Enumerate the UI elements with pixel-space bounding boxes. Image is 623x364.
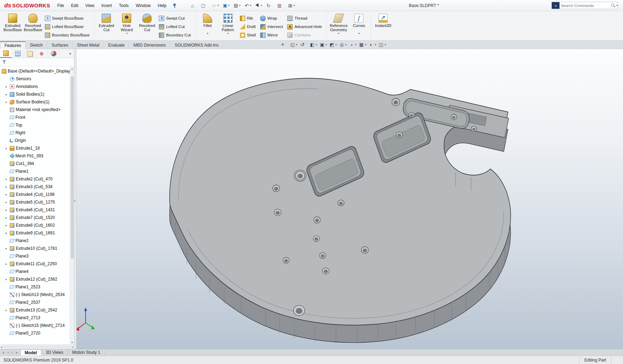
- extruded-boss-base-button[interactable]: ExtrudedBoss/Base: [2, 13, 23, 35]
- expand-arrow-icon[interactable]: [6, 185, 9, 188]
- advanced-hole-button[interactable]: Advanced Hole: [286, 22, 324, 31]
- menu-item[interactable]: Insert: [98, 1, 115, 10]
- quick-access-button[interactable]: [286, 2, 296, 9]
- menu-item[interactable]: View: [82, 1, 98, 10]
- tree-item[interactable]: Plane4: [0, 268, 70, 275]
- dropdown-caret-icon[interactable]: [207, 32, 208, 35]
- last-tab-icon[interactable]: [14, 350, 19, 355]
- tree-item[interactable]: Annotations: [0, 83, 70, 90]
- quick-access-button[interactable]: [221, 2, 231, 9]
- tree-item[interactable]: Extrude12 (Cut)_2362: [0, 275, 70, 283]
- previous-tab-icon[interactable]: [6, 350, 10, 355]
- mirror-button[interactable]: Mirror: [259, 31, 285, 39]
- expand-arrow-icon[interactable]: [6, 93, 9, 96]
- intersect-button[interactable]: Intersect: [259, 22, 285, 31]
- tree-item[interactable]: Extrude4 (Cut)_1198: [0, 191, 70, 198]
- filter-funnel-icon[interactable]: [2, 60, 6, 64]
- dropdown-caret-icon[interactable]: [296, 43, 297, 46]
- expand-arrow-icon[interactable]: [6, 232, 9, 235]
- revolved-cut-button[interactable]: RevolvedCut: [137, 13, 157, 35]
- quick-access-button[interactable]: [264, 2, 275, 9]
- hole-wizard-button[interactable]: HoleWizard: [116, 13, 137, 35]
- dropdown-caret-icon[interactable]: [338, 32, 339, 35]
- tree-item[interactable]: Extrude9 (Cut)_1691: [0, 229, 70, 237]
- dropdown-caret-icon[interactable]: [228, 4, 229, 7]
- tree-item[interactable]: Extrude1_18: [0, 144, 70, 152]
- expand-arrow-icon[interactable]: [6, 101, 9, 104]
- scroll-right-icon[interactable]: [72, 345, 73, 349]
- tree-item[interactable]: Plane3: [0, 252, 70, 260]
- command-tab[interactable]: Sketch: [26, 41, 47, 49]
- expand-arrow-icon[interactable]: [6, 208, 9, 212]
- view-toolbar-button[interactable]: [377, 41, 387, 48]
- dropdown-caret-icon[interactable]: [294, 4, 295, 7]
- tree-item[interactable]: Extrude2 (Cut)_470: [0, 175, 70, 183]
- expand-arrow-icon[interactable]: [6, 85, 9, 88]
- wrap-button[interactable]: Wrap: [259, 14, 285, 22]
- menu-item[interactable]: Window: [132, 1, 154, 10]
- tree-item[interactable]: Plane2: [0, 237, 70, 245]
- search-scope-icon[interactable]: [552, 2, 560, 9]
- next-tab-icon[interactable]: [10, 350, 14, 355]
- tree-item[interactable]: Surface Bodies(1): [0, 98, 70, 106]
- quick-access-button[interactable]: [254, 2, 264, 9]
- lofted-boss-base-button[interactable]: Lofted Boss/Base: [44, 22, 92, 31]
- scrollbar-thumb[interactable]: [71, 76, 74, 259]
- revolved-boss-base-button[interactable]: RevolvedBoss/Base: [23, 13, 43, 35]
- tree-item[interactable]: Extrude11 (Cut)_2250: [0, 260, 70, 268]
- dropdown-caret-icon[interactable]: [250, 4, 252, 7]
- dropdown-caret-icon[interactable]: [316, 43, 317, 46]
- view-toolbar-button[interactable]: [299, 41, 308, 48]
- dropdown-caret-icon[interactable]: [261, 4, 262, 7]
- tree-item[interactable]: Extrude7 (Cut)_1520: [0, 214, 70, 221]
- view-toolbar-button[interactable]: [279, 41, 288, 48]
- menu-item[interactable]: Tools: [115, 1, 132, 10]
- thread-button[interactable]: Thread: [286, 14, 324, 22]
- dropdown-caret-icon[interactable]: [126, 32, 127, 35]
- dropdown-caret-icon[interactable]: [355, 43, 356, 46]
- expand-arrow-icon[interactable]: [6, 216, 9, 219]
- rib-button[interactable]: Rib: [239, 14, 258, 22]
- quick-access-button[interactable]: [275, 2, 286, 9]
- view-toolbar-button[interactable]: [338, 41, 347, 48]
- linear-pattern-button[interactable]: LinearPattern: [218, 13, 238, 35]
- document-tab[interactable]: Model: [20, 349, 42, 356]
- view-toolbar-button[interactable]: [328, 41, 337, 48]
- expand-arrow-icon[interactable]: [6, 278, 9, 281]
- tree-root-item[interactable]: Base (Default<<Default>_Display Sta: [0, 67, 70, 75]
- scroll-down-icon[interactable]: [71, 340, 73, 344]
- expand-arrow-icon[interactable]: [6, 309, 9, 312]
- tree-item[interactable]: Extrude5 (Cut)_1275: [0, 198, 70, 206]
- tree-item[interactable]: Origin: [0, 137, 70, 144]
- tree-item[interactable]: Plane3_2713: [0, 314, 70, 322]
- tree-item[interactable]: Sensors: [0, 75, 70, 83]
- tree-item[interactable]: Right: [0, 129, 70, 137]
- tree-item[interactable]: Material <not specified>: [0, 106, 70, 114]
- fillet-button[interactable]: Fillet: [197, 13, 218, 35]
- tree-item[interactable]: Plane5_2720: [0, 329, 70, 337]
- shell-button[interactable]: Shell: [239, 31, 258, 39]
- instant3d-button[interactable]: Instant3D: [373, 13, 393, 35]
- quick-access-button[interactable]: [243, 2, 253, 9]
- curves-button[interactable]: Curves: [349, 13, 369, 35]
- tree-item[interactable]: Extrude8 (Cut)_1602: [0, 221, 70, 229]
- swept-boss-base-button[interactable]: Swept Boss/Base: [44, 14, 92, 22]
- dropdown-caret-icon[interactable]: [358, 32, 360, 35]
- dropdown-caret-icon[interactable]: [239, 4, 240, 7]
- tree-item[interactable]: Cut1_394: [0, 160, 70, 167]
- command-tab[interactable]: Features: [0, 41, 26, 49]
- search-caret-icon[interactable]: [616, 4, 618, 7]
- search-input[interactable]: [560, 4, 611, 8]
- dropdown-caret-icon[interactable]: [375, 43, 376, 46]
- quick-access-button[interactable]: [199, 2, 209, 9]
- boundary-boss-base-button[interactable]: Boundary Boss/Base: [44, 31, 92, 39]
- dropdown-caret-icon[interactable]: [326, 43, 327, 46]
- dropdown-caret-icon[interactable]: [217, 4, 219, 7]
- tree-item[interactable]: Top: [0, 121, 70, 129]
- view-toolbar-button[interactable]: [308, 41, 318, 48]
- expand-arrow-icon[interactable]: [6, 224, 9, 227]
- command-tab[interactable]: Sheet Metal: [73, 41, 104, 49]
- view-toolbar-button[interactable]: [289, 41, 298, 48]
- quick-access-button[interactable]: [210, 2, 220, 9]
- command-tab[interactable]: SOLIDWORKS Add-Ins: [170, 41, 223, 49]
